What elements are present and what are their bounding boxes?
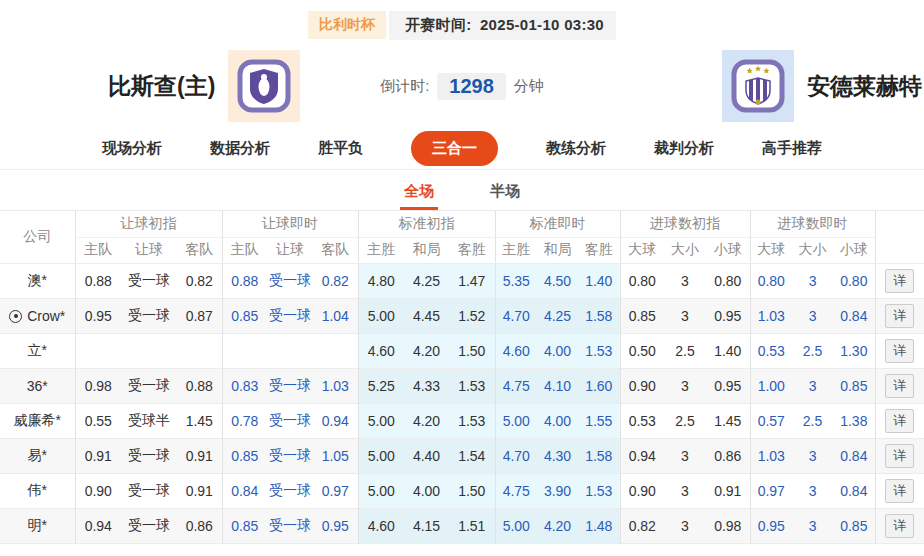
odds-cell: 4.00 — [537, 403, 578, 438]
odds-cell: 4.60 — [358, 508, 404, 543]
detail-button[interactable]: 详 — [885, 304, 914, 328]
odds-cell: 3 — [664, 473, 706, 508]
odds-cell — [222, 333, 267, 368]
odds-cell: 0.95 — [750, 508, 792, 543]
odds-cell: 3 — [664, 438, 706, 473]
company-cell: 明* — [0, 508, 75, 543]
odds-cell: 0.95 — [706, 298, 750, 333]
odds-cell: 0.84 — [833, 473, 875, 508]
column-group-进球数即时: 进球数即时 — [750, 211, 875, 237]
nav-tab-高手推荐[interactable]: 高手推荐 — [762, 139, 822, 158]
odds-cell: 0.80 — [620, 263, 664, 298]
company-cell: 伟* — [0, 473, 75, 508]
odds-cell: 1.53 — [578, 473, 620, 508]
nav-tab-教练分析[interactable]: 教练分析 — [546, 139, 606, 158]
subcol-客胜: 客胜 — [449, 237, 495, 263]
odds-cell: 0.94 — [313, 403, 358, 438]
odds-cell — [75, 333, 121, 368]
detail-cell: 详 — [875, 263, 924, 298]
odds-cell: 0.83 — [222, 368, 267, 403]
odds-cell: 5.00 — [495, 403, 537, 438]
subtab-半场[interactable]: 半场 — [490, 182, 520, 210]
start-time-label: 开赛时间: — [405, 16, 472, 33]
odds-cell: 受一球 — [121, 508, 177, 543]
nav-tab-胜平负[interactable]: 胜平负 — [318, 139, 363, 158]
odds-row: 明*0.94受一球0.860.85受一球0.954.604.151.515.00… — [0, 508, 924, 543]
odds-cell — [267, 333, 313, 368]
odds-row: 威廉希*0.55受球半1.450.78受一球0.945.004.201.535.… — [0, 403, 924, 438]
detail-button[interactable]: 详 — [885, 444, 914, 468]
detail-cell: 详 — [875, 368, 924, 403]
shield-stripes-stars-icon — [730, 58, 786, 114]
odds-cell: 受一球 — [121, 438, 177, 473]
nav-tab-三合一[interactable]: 三合一 — [411, 131, 498, 166]
odds-table: 公司让球初指让球即时标准初指标准即时进球数初指进球数即时主队让球客队主队让球客队… — [0, 211, 924, 548]
subcol-和局: 和局 — [537, 237, 578, 263]
nav-tab-数据分析[interactable]: 数据分析 — [210, 139, 270, 158]
detail-button[interactable]: 详 — [885, 374, 914, 398]
odds-cell: 0.91 — [75, 438, 121, 473]
odds-cell: 0.85 — [222, 298, 267, 333]
shield-rabbit-icon — [236, 58, 292, 114]
odds-cell: 1.50 — [449, 473, 495, 508]
company-cell: 澳* — [0, 263, 75, 298]
detail-cell: 详 — [875, 438, 924, 473]
odds-cell: 1.51 — [449, 508, 495, 543]
detail-button[interactable]: 详 — [885, 514, 914, 538]
subcol-主胜: 主胜 — [495, 237, 537, 263]
odds-cell: 4.75 — [495, 473, 537, 508]
odds-cell: 受一球 — [267, 473, 313, 508]
countdown-label: 倒计时: — [380, 77, 429, 96]
column-group-让球初指: 让球初指 — [75, 211, 222, 237]
odds-cell: 0.82 — [313, 263, 358, 298]
company-cell — [0, 543, 924, 548]
column-group-标准即时: 标准即时 — [495, 211, 620, 237]
target-icon — [9, 310, 22, 323]
odds-row: 易*0.91受一球0.910.85受一球1.055.004.401.544.70… — [0, 438, 924, 473]
odds-cell: 3 — [664, 298, 706, 333]
odds-cell: 受一球 — [267, 438, 313, 473]
detail-cell: 详 — [875, 298, 924, 333]
company-column-header: 公司 — [0, 211, 75, 263]
nav-tab-裁判分析[interactable]: 裁判分析 — [654, 139, 714, 158]
subcol-大球: 大球 — [620, 237, 664, 263]
countdown-unit: 分钟 — [514, 77, 544, 96]
odds-cell: 受球半 — [121, 403, 177, 438]
detail-button[interactable]: 详 — [885, 409, 914, 433]
odds-cell: 3 — [792, 508, 833, 543]
odds-cell: 0.50 — [620, 333, 664, 368]
period-subtabs: 全场半场 — [0, 170, 924, 211]
away-team-name: 安德莱赫特 — [807, 71, 922, 102]
odds-cell: 0.95 — [706, 368, 750, 403]
detail-button[interactable]: 详 — [885, 479, 914, 503]
detail-button[interactable]: 详 — [885, 339, 914, 363]
odds-cell: 0.88 — [177, 368, 222, 403]
odds-cell: 0.57 — [750, 403, 792, 438]
nav-tab-现场分析[interactable]: 现场分析 — [102, 139, 162, 158]
odds-cell: 0.98 — [706, 508, 750, 543]
detail-cell: 详 — [875, 508, 924, 543]
odds-cell: 1.45 — [177, 403, 222, 438]
odds-table-body: 澳*0.88受一球0.820.88受一球0.824.804.251.475.35… — [0, 263, 924, 548]
subcol-主队: 主队 — [222, 237, 267, 263]
odds-cell: 0.84 — [833, 438, 875, 473]
odds-cell: 4.00 — [404, 473, 449, 508]
odds-cell: 1.30 — [833, 333, 875, 368]
subcol-主胜: 主胜 — [358, 237, 404, 263]
odds-cell: 4.45 — [404, 298, 449, 333]
subtab-全场[interactable]: 全场 — [404, 182, 434, 210]
odds-cell: 4.75 — [495, 368, 537, 403]
odds-cell: 1.47 — [449, 263, 495, 298]
odds-cell: 5.00 — [358, 473, 404, 508]
odds-cell: 0.95 — [313, 508, 358, 543]
odds-cell: 3 — [792, 473, 833, 508]
detail-button[interactable]: 详 — [885, 269, 914, 293]
subcol-客胜: 客胜 — [578, 237, 620, 263]
odds-row: 立*4.604.201.504.604.001.530.502.51.400.5… — [0, 333, 924, 368]
odds-cell: 1.00 — [750, 368, 792, 403]
odds-cell: 0.91 — [177, 438, 222, 473]
odds-cell: 0.94 — [75, 508, 121, 543]
odds-cell: 1.60 — [578, 368, 620, 403]
odds-cell: 3 — [664, 263, 706, 298]
odds-cell: 0.87 — [177, 298, 222, 333]
